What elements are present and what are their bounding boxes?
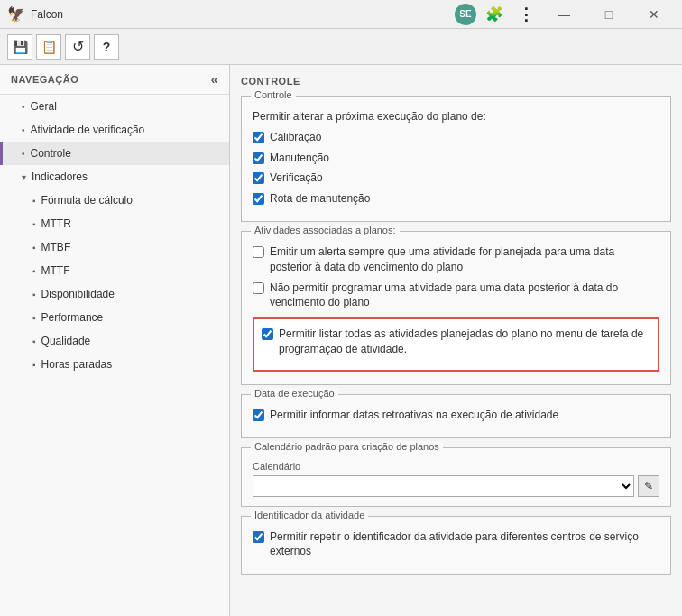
sidebar-item-geral[interactable]: • Geral xyxy=(0,95,229,118)
help-button[interactable]: ? xyxy=(94,34,119,60)
sidebar-item-label: Indicadores xyxy=(32,170,88,183)
checkbox-label-manutencao: Manutenção xyxy=(270,151,329,166)
checkbox-label-permitir-repetir: Permitir repetir o identificador da ativ… xyxy=(270,529,659,560)
sidebar-item-performance[interactable]: ▪ Performance xyxy=(0,306,229,329)
checkbox-permitir-repetir[interactable] xyxy=(253,531,264,543)
checkbox-calibracao[interactable] xyxy=(253,132,264,143)
panel-identificador-title: Identificador da atividade xyxy=(251,510,368,520)
refresh-button[interactable]: ↺ xyxy=(65,34,90,60)
bullet-icon: ▪ xyxy=(32,336,36,346)
bullet-icon: • xyxy=(22,102,25,112)
calendario-field-label: Calendário xyxy=(253,461,659,472)
panel-identificador: Identificador da atividade Permitir repe… xyxy=(241,516,671,575)
sidebar-item-label: MTBF xyxy=(41,241,71,253)
sidebar-item-label: Horas paradas xyxy=(41,358,113,371)
highlighted-checkbox-container: Permitir listar todas as atividades plan… xyxy=(253,317,659,372)
minimize-button[interactable]: — xyxy=(543,0,585,29)
save-icon: 💾 xyxy=(13,40,28,54)
sidebar-item-label: MTTR xyxy=(41,217,71,230)
panel-atividades-title: Atividades associadas a planos: xyxy=(251,225,400,235)
close-button[interactable]: ✕ xyxy=(633,0,675,29)
panel-calendario-title: Calendário padrão para criação de planos xyxy=(251,441,443,452)
panel-controle-title: Controle xyxy=(251,89,296,100)
sidebar-item-label: MTTF xyxy=(41,264,70,277)
more-icon[interactable]: ⋮ xyxy=(512,5,539,24)
help-icon: ? xyxy=(103,40,111,54)
bullet-icon: ▪ xyxy=(32,219,36,229)
sidebar-item-label: Disponibilidade xyxy=(41,288,115,300)
bullet-icon: ▪ xyxy=(32,196,36,206)
sidebar-item-controle[interactable]: • Controle xyxy=(0,142,229,165)
checkbox-row-permitir-repetir: Permitir repetir o identificador da ativ… xyxy=(253,529,659,560)
checkbox-rota-manutencao[interactable] xyxy=(253,193,264,205)
sidebar-item-disponibilidade[interactable]: ▪ Disponibilidade xyxy=(0,282,229,306)
app-title: Falcon xyxy=(31,8,63,21)
chevron-icon: ▾ xyxy=(22,172,26,182)
bullet-icon: • xyxy=(22,125,25,135)
sidebar-item-indicadores[interactable]: ▾ Indicadores xyxy=(0,165,229,188)
puzzle-icon[interactable]: 🧩 xyxy=(480,5,509,23)
save-button[interactable]: 💾 xyxy=(7,34,32,60)
controle-description: Permitir alterar a próxima execução do p… xyxy=(253,109,659,124)
pencil-icon: ✎ xyxy=(644,480,653,492)
bullet-icon: ▪ xyxy=(32,313,36,323)
sidebar-item-label: Atividade de verificação xyxy=(31,124,145,136)
sidebar-item-label: Geral xyxy=(31,100,57,113)
sidebar-item-atividade-verificacao[interactable]: • Atividade de verificação xyxy=(0,118,229,142)
calendario-action-button[interactable]: ✎ xyxy=(638,475,659,497)
panel-atividades-content: Emitir um alerta sempre que uma atividad… xyxy=(242,232,670,384)
panel-calendario: Calendário padrão para criação de planos… xyxy=(241,447,671,507)
sidebar-item-label: Performance xyxy=(41,311,104,324)
sidebar-collapse-button[interactable]: « xyxy=(211,72,218,87)
panel-data-execucao: Data de execução Permitir informar datas… xyxy=(241,394,671,438)
sidebar-item-label: Fórmula de cálculo xyxy=(41,194,133,207)
calendario-select[interactable] xyxy=(253,475,634,497)
sidebar-item-label: Controle xyxy=(31,147,71,160)
panel-data-execucao-content: Permitir informar datas retroativas na e… xyxy=(242,395,670,437)
panel-calendario-content: Calendário ✎ xyxy=(242,448,670,506)
bullet-icon: ▪ xyxy=(32,290,36,299)
panel-identificador-content: Permitir repetir o identificador da ativ… xyxy=(242,517,670,575)
checkbox-label-emitir-alerta: Emitir um alerta sempre que uma atividad… xyxy=(270,244,659,275)
calendario-dropdown-row: ✎ xyxy=(253,475,659,497)
panel-data-execucao-title: Data de execução xyxy=(251,388,338,399)
sidebar-item-qualidade[interactable]: ▪ Qualidade xyxy=(0,329,229,353)
checkbox-row-calibracao: Calibração xyxy=(253,130,659,145)
sidebar-header: NAVEGAÇÃO « xyxy=(0,65,229,95)
checkbox-row-rota: Rota de manutenção xyxy=(253,191,659,207)
checkbox-row-verificacao: Verificação xyxy=(253,170,659,186)
sidebar-item-formula-calculo[interactable]: ▪ Fórmula de cálculo xyxy=(0,188,229,212)
sidebar-header-label: NAVEGAÇÃO xyxy=(11,74,78,85)
checkbox-verificacao[interactable] xyxy=(253,172,264,184)
sidebar-item-label: Qualidade xyxy=(41,335,91,347)
bullet-icon: ▪ xyxy=(32,360,36,370)
checkbox-row-nao-permitir: Não permitir programar uma atividade par… xyxy=(253,280,659,311)
checkbox-nao-permitir[interactable] xyxy=(253,282,264,294)
checkbox-informar-datas[interactable] xyxy=(253,409,264,421)
content-header: CONTROLE xyxy=(241,76,671,87)
checkbox-label-calibracao: Calibração xyxy=(270,130,321,145)
checkbox-permitir-listar[interactable] xyxy=(262,328,273,340)
checkbox-label-verificacao: Verificação xyxy=(270,170,323,186)
checkbox-row-informar-datas: Permitir informar datas retroativas na e… xyxy=(253,408,659,423)
sidebar: NAVEGAÇÃO « • Geral • Atividade de verif… xyxy=(0,65,230,616)
titlebar: 🦅 Falcon SE 🧩 ⋮ — □ ✕ xyxy=(0,0,682,29)
sidebar-item-horas-paradas[interactable]: ▪ Horas paradas xyxy=(0,353,229,376)
checkbox-label-permitir-listar: Permitir listar todas as atividades plan… xyxy=(279,326,650,357)
toolbar: 💾 📋 ↺ ? xyxy=(0,29,682,65)
checkbox-manutencao[interactable] xyxy=(253,152,264,164)
checkbox-emitir-alerta[interactable] xyxy=(253,246,264,258)
checkbox-label-rota: Rota de manutenção xyxy=(270,191,370,207)
save-as-icon: 📋 xyxy=(41,40,57,54)
sidebar-item-mtbf[interactable]: ▪ MTBF xyxy=(0,235,229,259)
sidebar-item-mttr[interactable]: ▪ MTTR xyxy=(0,212,229,235)
refresh-icon: ↺ xyxy=(72,38,84,55)
maximize-button[interactable]: □ xyxy=(588,0,630,29)
avatar: SE xyxy=(455,4,476,25)
save-as-button[interactable]: 📋 xyxy=(36,34,61,60)
checkbox-row-manutencao: Manutenção xyxy=(253,151,659,166)
panel-controle-content: Permitir alterar a próxima execução do p… xyxy=(242,97,670,221)
sidebar-item-mttf[interactable]: ▪ MTTF xyxy=(0,259,229,282)
content-area: CONTROLE Controle Permitir alterar a pró… xyxy=(230,65,682,616)
checkbox-row-permitir-listar: Permitir listar todas as atividades plan… xyxy=(262,326,650,357)
